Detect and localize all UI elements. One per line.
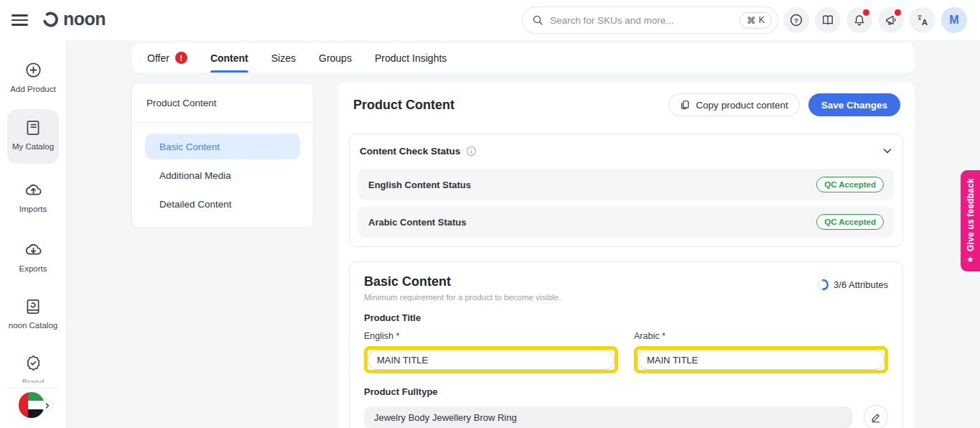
svg-text:A: A [922, 18, 928, 27]
my-catalog-icon [24, 118, 42, 137]
help-button[interactable]: ? [783, 7, 809, 33]
basic-content-title: Basic Content [364, 274, 561, 289]
sidebar-item-exports[interactable]: Exports [0, 240, 66, 273]
language-button[interactable]: x A [910, 7, 935, 33]
edit-fulltype-button[interactable] [864, 405, 888, 428]
info-icon [466, 146, 477, 157]
arabic-content-status-row: Arabic Content Status QC Accepted [358, 206, 894, 238]
active-tab-underline [210, 70, 248, 73]
sidebar-item-label: Imports [19, 205, 47, 213]
tab-content[interactable]: Content [210, 43, 248, 73]
content-nav-title: Product Content [132, 83, 313, 123]
tab-sizes[interactable]: Sizes [271, 43, 296, 73]
sidebar-item-brand[interactable]: Brand [0, 353, 66, 383]
product-title-label: Product Title [364, 312, 888, 323]
exports-icon [24, 240, 43, 259]
imports-icon [24, 180, 43, 200]
basic-content-subtitle: Minimum requirement for a product to bec… [364, 293, 561, 302]
arabic-title-input[interactable] [638, 350, 885, 370]
product-fulltype-label: Product Fulltype [364, 386, 888, 397]
sidebar-item-label: My Catalog [12, 142, 54, 151]
qc-status-badge: QC Accepted [816, 214, 884, 230]
sidebar-divider [6, 388, 60, 389]
nav-item-basic-content[interactable]: Basic Content [145, 134, 300, 159]
search-icon [532, 14, 543, 26]
sidebar-item-label: Add Product [10, 85, 55, 93]
notifications-button[interactable] [846, 7, 872, 33]
add-product-icon [24, 60, 43, 80]
arabic-title-highlight [634, 346, 888, 373]
content-area: Offer ! Content Sizes Groups Product Ins… [67, 40, 980, 428]
account-avatar[interactable]: M [941, 7, 967, 33]
save-changes-button[interactable]: Save Changes [808, 93, 900, 116]
sidebar-item-label: noon Catalog [9, 321, 57, 330]
docs-button[interactable] [815, 7, 841, 33]
english-title-input[interactable] [368, 350, 615, 370]
logo-text: noon [63, 10, 106, 28]
announcements-button[interactable] [878, 7, 904, 33]
offer-alert-badge: ! [175, 52, 187, 64]
tab-groups[interactable]: Groups [319, 43, 352, 73]
copy-product-content-button[interactable]: Copy product content [668, 93, 799, 116]
qc-status-badge: QC Accepted [816, 177, 884, 192]
product-fulltype-value: Jewelry Body Jewellery Brow Ring [364, 406, 852, 428]
notification-dot [863, 9, 869, 16]
content-check-status-header[interactable]: Content Check Status [350, 134, 902, 167]
pencil-icon [870, 411, 882, 423]
sidebar-item-label: Brand [22, 378, 45, 383]
svg-text:?: ? [794, 17, 798, 24]
sidebar-item-imports[interactable]: Imports [0, 180, 66, 213]
noon-logo-icon [41, 9, 60, 29]
progress-ring-icon [817, 279, 829, 291]
sidebar-item-add-product[interactable]: Add Product [0, 60, 66, 93]
tab-offer[interactable]: Offer ! [147, 43, 187, 73]
nav-item-detailed-content[interactable]: Detailed Content [145, 191, 300, 217]
product-tabs: Offer ! Content Sizes Groups Product Ins… [132, 43, 915, 73]
svg-text:x: x [918, 16, 921, 21]
basic-content-card: Basic Content Minimum requirement for a … [349, 261, 903, 428]
country-selector[interactable] [19, 392, 50, 419]
global-search[interactable]: ⌘K [522, 6, 778, 34]
product-content-panel: Product Content Copy product content Sav… [337, 83, 915, 428]
top-header: noon ⌘K ? [0, 0, 980, 40]
english-title-highlight [364, 346, 618, 373]
sidebar-item-noon-catalog[interactable]: noon Catalog [0, 297, 66, 330]
attributes-progress: 3/6 Attributes [817, 279, 888, 291]
sidebar-item-label: Exports [19, 264, 47, 273]
chevron-right-icon [41, 399, 53, 411]
arabic-field-label: Arabic * [634, 331, 888, 341]
chevron-down-icon[interactable] [882, 146, 892, 156]
copy-icon [680, 100, 690, 110]
noon-logo[interactable]: noon [41, 9, 106, 29]
announcement-dot [895, 9, 901, 16]
menu-icon[interactable] [11, 13, 28, 27]
star-icon: ★ [967, 256, 974, 264]
left-sidebar: Add Product My Catalog Imports Exports n… [0, 40, 67, 428]
english-content-status-row: English Content Status QC Accepted [358, 169, 894, 200]
give-feedback-button[interactable]: Give us feedback ★ [961, 170, 980, 271]
english-field-label: English * [364, 331, 618, 341]
sidebar-item-my-catalog[interactable]: My Catalog [7, 109, 59, 164]
search-shortcut: ⌘K [739, 12, 772, 29]
nav-item-additional-media[interactable]: Additional Media [145, 162, 300, 188]
page-title: Product Content [353, 98, 454, 113]
content-nav-card: Product Content Basic Content Additional… [131, 83, 314, 228]
tab-product-insights[interactable]: Product Insights [375, 43, 447, 73]
feedback-label: Give us feedback [966, 178, 976, 251]
avatar-initial: M [949, 14, 958, 27]
search-input[interactable] [550, 15, 733, 26]
verified-badge-icon [24, 353, 43, 373]
content-check-status-card: Content Check Status English Content Sta… [349, 134, 903, 247]
noon-catalog-icon [24, 297, 42, 316]
